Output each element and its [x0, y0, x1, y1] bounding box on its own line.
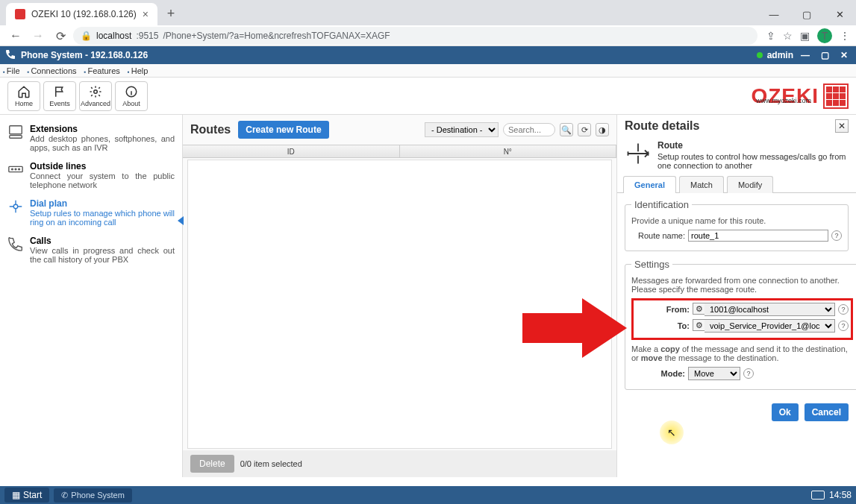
- route-name-input[interactable]: [688, 230, 828, 242]
- calls-icon: [7, 236, 24, 252]
- system-tray: 14:58: [811, 490, 852, 500]
- app-maximize-button[interactable]: ▢: [817, 49, 832, 61]
- taskbar-item-phone-system[interactable]: ✆ Phone System: [54, 488, 132, 503]
- events-button[interactable]: Events: [43, 81, 76, 111]
- sidebar-item-outside-lines[interactable]: Outside lines Connect your system to the…: [4, 157, 178, 194]
- center-footer: Delete 0/0 item selected: [183, 450, 616, 477]
- help-icon[interactable]: ?: [831, 230, 842, 241]
- from-select[interactable]: 1001@localhost: [705, 303, 835, 316]
- help-icon[interactable]: ?: [838, 321, 849, 331]
- cancel-button[interactable]: Cancel: [805, 403, 849, 421]
- settings-group: Settings Messages are forwarded from one…: [625, 259, 856, 390]
- tab-close-icon[interactable]: ×: [143, 8, 149, 20]
- ok-button[interactable]: Ok: [772, 403, 799, 421]
- url-input[interactable]: 🔒 localhost:9515/Phone+System/?a=Home&nc…: [73, 27, 757, 45]
- route-icon: [625, 140, 652, 167]
- menu-features[interactable]: Features: [84, 66, 120, 75]
- maximize-button[interactable]: ▢: [790, 3, 823, 25]
- highlighted-settings: From: ⚙ 1001@localhost ? To: ⚙ voip_Serv…: [631, 298, 853, 340]
- tab-general[interactable]: General: [623, 176, 676, 193]
- svg-point-5: [12, 168, 13, 170]
- url-host: localhost: [96, 31, 131, 41]
- address-bar: ← → ⟳ 🔒 localhost:9515/Phone+System/?a=H…: [0, 25, 856, 46]
- sidebar-item-extensions[interactable]: Extensions Add desktop phones, softphone…: [4, 119, 178, 157]
- refresh-icon[interactable]: ⟳: [578, 123, 591, 136]
- destination-select[interactable]: - Destination -: [425, 122, 499, 137]
- mode-select[interactable]: Move: [688, 367, 740, 380]
- help-icon[interactable]: ?: [743, 368, 754, 379]
- tab-bar: OZEKI 10 (192.168.0.126) × + — ▢ ✕: [0, 0, 856, 25]
- sidebar-item-calls[interactable]: Calls View calls in progress and check o…: [4, 231, 178, 268]
- mode-label: Mode:: [631, 369, 685, 378]
- svg-rect-2: [10, 126, 22, 134]
- sidebar-item-title: Outside lines: [30, 161, 175, 171]
- app-title-bar: Phone System - 192.168.0.126 admin — ▢ ✕: [0, 46, 856, 64]
- route-name-label: Route name:: [631, 231, 685, 240]
- sidebar-item-dial-plan[interactable]: Dial plan Setup rules to manage which ph…: [4, 194, 178, 231]
- user-label[interactable]: admin: [767, 50, 793, 60]
- search-icon[interactable]: 🔍: [560, 123, 573, 136]
- star-icon[interactable]: ☆: [783, 30, 793, 42]
- main-area: Extensions Add desktop phones, softphone…: [0, 115, 856, 477]
- tab-modify[interactable]: Modify: [727, 176, 773, 193]
- search-input[interactable]: [503, 123, 555, 136]
- close-button[interactable]: ✕: [823, 3, 856, 25]
- menu-help[interactable]: Help: [128, 66, 148, 75]
- sidebar-item-desc: Connect your system to the public teleph…: [30, 171, 175, 189]
- center-panel: Routes Create new Route - Destination - …: [183, 115, 617, 477]
- logo-subtitle: www.myozeki.com: [756, 97, 811, 104]
- kebab-menu-icon[interactable]: ⋮: [840, 30, 850, 42]
- new-tab-button[interactable]: +: [160, 3, 181, 24]
- menu-file[interactable]: File: [3, 66, 20, 75]
- menu-connections[interactable]: Connections: [28, 66, 77, 75]
- form-area: Identification Provide a unique name for…: [617, 193, 856, 403]
- minimize-button[interactable]: —: [757, 3, 790, 25]
- taskbar: ▦ Start ✆ Phone System 14:58: [0, 486, 856, 504]
- home-button[interactable]: Home: [7, 81, 40, 111]
- copy-move-hint: Make a copy of the message and send it t…: [631, 344, 853, 362]
- help-icon[interactable]: ?: [838, 304, 849, 315]
- extensions-icon[interactable]: ▣: [800, 30, 810, 42]
- advanced-button[interactable]: Advanced: [79, 81, 112, 111]
- settings-icon[interactable]: ◑: [596, 123, 609, 136]
- delete-button[interactable]: Delete: [190, 455, 234, 473]
- to-select[interactable]: voip_Service_Provider_1@loc: [705, 319, 835, 333]
- window-controls: — ▢ ✕: [757, 3, 856, 25]
- selection-count: 0/0 item selected: [240, 459, 302, 468]
- sidebar-item-desc: View calls in progress and check out the…: [30, 246, 175, 264]
- back-button[interactable]: ←: [6, 26, 25, 45]
- favicon: [15, 9, 25, 19]
- info-icon: [125, 85, 138, 98]
- identification-group: Identification Provide a unique name for…: [625, 199, 849, 251]
- url-path: /Phone+System/?a=Home&ncrefreshTOFGANAX=…: [163, 31, 390, 41]
- share-icon[interactable]: ⇪: [766, 30, 775, 42]
- tab-match[interactable]: Match: [679, 176, 724, 193]
- settings-legend: Settings: [631, 259, 672, 270]
- center-header: Routes Create new Route - Destination - …: [183, 115, 616, 145]
- about-button[interactable]: About: [115, 81, 148, 111]
- url-port: :9515: [136, 31, 158, 41]
- form-buttons: Ok Cancel: [617, 403, 856, 429]
- details-tabs: General Match Modify: [617, 176, 856, 193]
- forward-button[interactable]: →: [28, 26, 48, 45]
- start-button[interactable]: ▦ Start: [4, 488, 49, 503]
- outside-lines-icon: [7, 161, 24, 177]
- app-close-button[interactable]: ✕: [837, 49, 852, 61]
- logo: OZEKI: [751, 84, 849, 109]
- toolbar: Home Events Advanced About OZEKI www.myo…: [0, 78, 856, 115]
- gear-icon[interactable]: ⚙: [693, 303, 705, 315]
- settings-hint: Messages are forwarded from one connecti…: [631, 276, 853, 294]
- app-minimize-button[interactable]: —: [798, 49, 813, 61]
- svg-rect-4: [9, 166, 22, 171]
- reload-button[interactable]: ⟳: [51, 26, 70, 45]
- gear-icon[interactable]: ⚙: [693, 319, 705, 331]
- col-no[interactable]: N°: [400, 145, 617, 157]
- create-route-button[interactable]: Create new Route: [238, 121, 328, 139]
- start-grid-icon: ▦: [12, 490, 20, 500]
- col-id[interactable]: ID: [183, 145, 400, 157]
- keyboard-icon[interactable]: [811, 491, 825, 500]
- identification-hint: Provide a unique name for this route.: [631, 216, 842, 225]
- close-panel-button[interactable]: ✕: [835, 119, 849, 133]
- profile-button[interactable]: T: [817, 28, 832, 43]
- browser-tab[interactable]: OZEKI 10 (192.168.0.126) ×: [6, 3, 157, 25]
